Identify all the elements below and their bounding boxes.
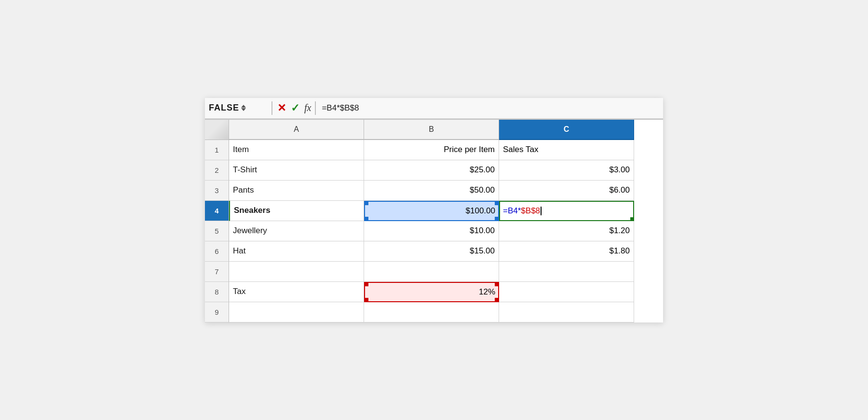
cell-B7[interactable] <box>364 262 499 282</box>
cell-C4[interactable]: =B4*$B$8​ <box>499 201 634 221</box>
row-num-4: 4 <box>205 201 229 221</box>
handle-c4-br <box>630 217 634 221</box>
col-header-A[interactable]: A <box>229 120 364 140</box>
cell-C6[interactable]: $1.80 <box>499 241 634 262</box>
cell-B5[interactable]: $10.00 <box>364 221 499 241</box>
spreadsheet-grid: A B C 1 Item Price per Item Sales Tax 2 … <box>205 119 663 322</box>
cell-C1[interactable]: Sales Tax <box>499 140 634 160</box>
col-header-C[interactable]: C <box>499 120 634 140</box>
row-num-9: 9 <box>205 302 229 322</box>
handle-b4-tl <box>365 201 368 205</box>
handle-b8-tl <box>365 282 368 286</box>
handle-b4-tr <box>495 201 499 205</box>
fx-icon[interactable]: fx <box>304 102 311 113</box>
row-num-7: 7 <box>205 262 229 282</box>
row-num-1: 1 <box>205 140 229 160</box>
formula-part-b8: $B$8 <box>521 206 540 216</box>
handle-b4-br <box>495 217 499 221</box>
arrow-up-icon[interactable] <box>241 105 246 108</box>
formula-bar-divider1 <box>271 101 272 115</box>
cancel-icon[interactable]: ✕ <box>277 103 286 113</box>
corner-cell <box>205 120 229 140</box>
cell-A6[interactable]: Hat <box>229 241 364 262</box>
cell-A4[interactable]: Sneakers <box>229 201 364 221</box>
cell-C7[interactable] <box>499 262 634 282</box>
row-num-5: 5 <box>205 221 229 241</box>
row-num-2: 2 <box>205 160 229 181</box>
col-header-B[interactable]: B <box>364 120 499 140</box>
cell-C2[interactable]: $3.00 <box>499 160 634 181</box>
cell-B9[interactable] <box>364 302 499 322</box>
cell-B2[interactable]: $25.00 <box>364 160 499 181</box>
formula-part-b4: =B4* <box>503 206 521 216</box>
formula-bar: FALSE ✕ ✓ fx <box>205 98 663 119</box>
handle-b8-br <box>495 298 499 302</box>
cell-B6[interactable]: $15.00 <box>364 241 499 262</box>
cell-A1[interactable]: Item <box>229 140 364 160</box>
cell-B4[interactable]: $100.00 <box>364 201 499 221</box>
cursor-blink: ​ <box>541 207 542 215</box>
cell-B1[interactable]: Price per Item <box>364 140 499 160</box>
row-num-8: 8 <box>205 282 229 302</box>
row-num-6: 6 <box>205 241 229 262</box>
cell-C5[interactable]: $1.20 <box>499 221 634 241</box>
cell-A7[interactable] <box>229 262 364 282</box>
name-box-value: FALSE <box>209 103 239 113</box>
handle-b8-bl <box>365 298 368 302</box>
cell-A5[interactable]: Jewellery <box>229 221 364 241</box>
cell-A3[interactable]: Pants <box>229 181 364 201</box>
cell-A8[interactable]: Tax <box>229 282 364 302</box>
name-box[interactable]: FALSE <box>209 103 267 113</box>
formula-bar-divider2 <box>315 101 316 115</box>
formula-bar-actions: ✕ ✓ fx <box>277 102 311 113</box>
row-num-3: 3 <box>205 181 229 201</box>
cell-C8[interactable] <box>499 282 634 302</box>
cell-A2[interactable]: T-Shirt <box>229 160 364 181</box>
confirm-icon[interactable]: ✓ <box>291 103 299 113</box>
handle-b4-bl <box>365 217 368 221</box>
arrow-down-icon[interactable] <box>241 108 246 111</box>
name-box-arrows[interactable] <box>241 105 246 111</box>
cell-A9[interactable] <box>229 302 364 322</box>
cell-B8[interactable]: 12% <box>364 282 499 302</box>
cell-B3[interactable]: $50.00 <box>364 181 499 201</box>
cell-C3[interactable]: $6.00 <box>499 181 634 201</box>
cell-C9[interactable] <box>499 302 634 322</box>
handle-b8-tr <box>495 282 499 286</box>
formula-input[interactable] <box>320 102 659 114</box>
